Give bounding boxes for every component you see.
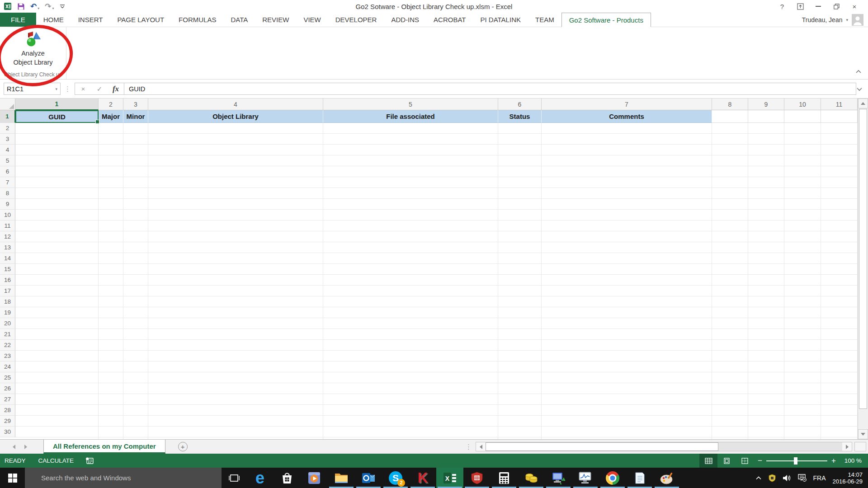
grid-column[interactable] — [748, 123, 784, 439]
user-account-name[interactable]: Trudeau, Jean — [802, 16, 843, 23]
row-header[interactable]: 18 — [0, 296, 15, 307]
volume-icon[interactable] — [783, 474, 791, 482]
status-calculate[interactable]: CALCULATE — [38, 457, 74, 464]
account-dropdown-icon[interactable]: ▾ — [846, 18, 848, 22]
horizontal-scroll-thumb[interactable] — [486, 442, 718, 451]
sheet-tab-active[interactable]: All References on my Computer — [43, 440, 165, 454]
column-header-cell[interactable]: 11 — [821, 99, 858, 110]
ribbon-tab[interactable]: REVIEW — [255, 13, 296, 27]
column-header-cell[interactable]: 5 — [323, 99, 498, 110]
row-header[interactable]: 19 — [0, 307, 15, 318]
row-header[interactable]: 10 — [0, 210, 15, 221]
grid-column[interactable] — [148, 123, 323, 439]
header-row-cell[interactable]: Minor — [123, 110, 148, 123]
ribbon-tab[interactable]: FILE — [0, 13, 36, 27]
task-view-button[interactable] — [222, 468, 246, 488]
page-layout-view-button[interactable] — [717, 454, 736, 468]
taskbar-clock[interactable]: 14:07 2016-06-29 — [833, 471, 863, 485]
scroll-left-button[interactable] — [476, 442, 486, 451]
empty-cells-area[interactable] — [15, 123, 858, 439]
taskbar-file-explorer[interactable] — [328, 468, 355, 488]
scroll-up-button[interactable] — [858, 99, 868, 108]
ribbon-tab[interactable]: FORMULAS — [171, 13, 223, 27]
new-sheet-button[interactable]: + — [178, 442, 188, 451]
taskbar-notepad[interactable] — [626, 468, 653, 488]
taskbar-media-player[interactable] — [301, 468, 328, 488]
row-header[interactable]: 27 — [0, 394, 15, 405]
taskbar-windows-store[interactable] — [274, 468, 301, 488]
column-header-cell[interactable]: 6 — [498, 99, 542, 110]
scroll-down-button[interactable] — [858, 429, 868, 439]
grid-column[interactable] — [15, 123, 99, 439]
formula-bar-input[interactable]: GUID — [124, 83, 856, 95]
scroll-right-button[interactable] — [842, 442, 852, 451]
row-header[interactable]: 16 — [0, 275, 15, 286]
avatar[interactable] — [852, 14, 863, 26]
collapse-ribbon-button[interactable] — [855, 67, 862, 75]
row-header[interactable]: 30 — [0, 427, 15, 437]
grid-column[interactable] — [821, 123, 858, 439]
minimize-button[interactable] — [809, 0, 827, 12]
grid-column[interactable] — [323, 123, 498, 439]
taskbar-calculator[interactable] — [491, 468, 518, 488]
name-box[interactable]: R1C1 ▾ — [4, 83, 61, 95]
ribbon-tab[interactable]: ADD-INS — [384, 13, 426, 27]
horizontal-scroll-track[interactable] — [718, 442, 842, 451]
column-header-cell[interactable]: 4 — [148, 99, 323, 110]
row-header[interactable]: 4 — [0, 145, 15, 155]
redo-button[interactable]: ↷▾ — [45, 3, 54, 10]
grid-column[interactable] — [498, 123, 542, 439]
header-row-cell[interactable] — [748, 110, 784, 123]
hidden-icons-chevron[interactable] — [755, 476, 762, 480]
name-box-dropdown-icon[interactable]: ▾ — [55, 87, 57, 91]
row-header[interactable]: 12 — [0, 231, 15, 242]
ribbon-tab[interactable]: DEVELOPER — [328, 13, 384, 27]
ribbon-tab[interactable]: HOME — [36, 13, 71, 27]
column-header-cell[interactable]: 8 — [712, 99, 748, 110]
row-header[interactable]: 6 — [0, 166, 15, 177]
search-input[interactable] — [41, 474, 222, 482]
insert-function-button[interactable]: fx — [108, 84, 124, 94]
row-header[interactable]: 2 — [0, 123, 15, 134]
tab-scrollbar-drag-handle[interactable]: ⋮ — [465, 443, 472, 451]
ribbon-tab[interactable]: TEAM — [528, 13, 561, 27]
row-header[interactable]: 22 — [0, 340, 15, 351]
ribbon-tab[interactable]: VIEW — [296, 13, 328, 27]
row-header[interactable]: 15 — [0, 264, 15, 275]
zoom-level[interactable]: 100 % — [840, 457, 868, 464]
taskbar-chrome[interactable] — [599, 468, 626, 488]
normal-view-button[interactable] — [699, 454, 717, 468]
row-header[interactable]: 8 — [0, 188, 15, 199]
header-row-cell[interactable]: File associated — [323, 110, 498, 123]
row-header[interactable]: 17 — [0, 286, 15, 296]
header-row-cell[interactable] — [821, 110, 858, 123]
page-break-preview-button[interactable] — [736, 454, 754, 468]
row-header[interactable]: 9 — [0, 199, 15, 210]
column-header-cell[interactable]: 7 — [542, 99, 712, 110]
horizontal-scrollbar[interactable] — [476, 442, 852, 451]
ribbon-tab[interactable]: INSERT — [71, 13, 110, 27]
taskbar-paint[interactable] — [653, 468, 680, 488]
customize-quick-access-button[interactable] — [60, 4, 65, 9]
header-row-cell[interactable] — [712, 110, 748, 123]
taskbar-edge-browser[interactable]: e — [246, 468, 274, 488]
header-row-cell[interactable]: Comments — [542, 110, 712, 123]
grid-column[interactable] — [542, 123, 712, 439]
taskbar-kaspersky[interactable]: K — [409, 468, 436, 488]
zoom-slider[interactable] — [766, 460, 827, 461]
confirm-entry-button[interactable]: ✓ — [91, 85, 108, 93]
grid-column[interactable] — [784, 123, 821, 439]
row-header[interactable]: 13 — [0, 242, 15, 253]
header-row-cell[interactable] — [784, 110, 821, 123]
row-header[interactable]: 25 — [0, 372, 15, 383]
ribbon-display-options-button[interactable] — [791, 0, 809, 12]
column-header-cell[interactable]: 2 — [99, 99, 123, 110]
row-header-1[interactable]: 1 — [0, 110, 15, 123]
vertical-scroll-track[interactable] — [858, 409, 868, 429]
column-header-cell[interactable]: 10 — [784, 99, 821, 110]
taskbar-system-monitor[interactable] — [572, 468, 599, 488]
row-header[interactable]: 20 — [0, 318, 15, 329]
row-header[interactable]: 3 — [0, 134, 15, 145]
header-row-cell[interactable]: GUID — [15, 110, 99, 123]
header-row-cell[interactable]: Major — [99, 110, 123, 123]
